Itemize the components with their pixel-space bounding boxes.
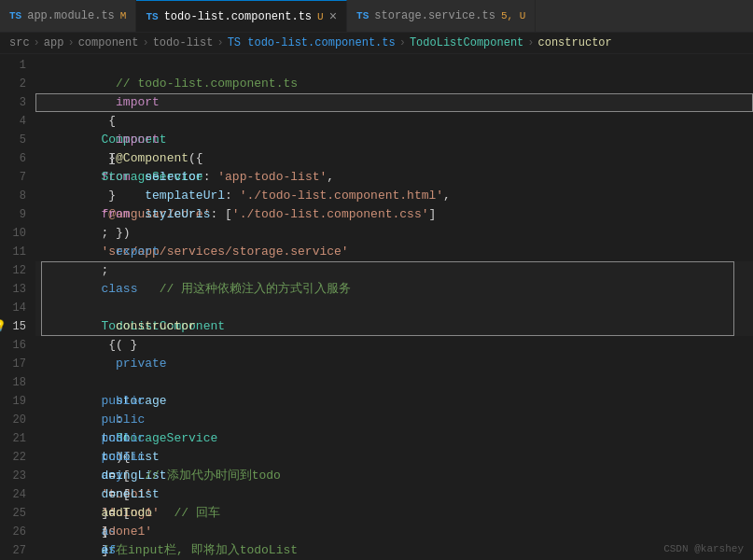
hint-icon: 💡 bbox=[0, 317, 7, 336]
code-line-3: import { StorageService } from 'src/app/… bbox=[35, 93, 753, 112]
tab-close-button[interactable]: × bbox=[329, 10, 337, 23]
code-line-1: // todo-list.component.ts bbox=[35, 56, 753, 75]
code-line-14 bbox=[35, 299, 753, 317]
code-line-16 bbox=[35, 336, 753, 355]
sep1: › bbox=[34, 36, 40, 49]
sep6: › bbox=[527, 36, 534, 49]
crumb-app: app bbox=[44, 36, 64, 49]
crumb-file: TS todo-list.component.ts bbox=[228, 36, 396, 49]
code-line-27: this . todo = '' bbox=[35, 541, 753, 557]
code-line-10: export class TodoListComponent { bbox=[35, 224, 753, 243]
ln-4: 4 bbox=[6, 112, 26, 131]
ln-3: 3 bbox=[6, 93, 26, 112]
tab-bar: TS app.module.ts M TS todo-list.componen… bbox=[0, 0, 753, 33]
code-line-24: // 回车 bbox=[35, 485, 753, 504]
code-editor: 1 2 3 4 5 6 7 8 9 10 11 12 13 14 💡 15 16… bbox=[0, 54, 753, 557]
crumb-todo-list: todo-list bbox=[153, 36, 214, 49]
tab-app-module[interactable]: TS app.module.ts M bbox=[0, 0, 136, 32]
line-3-box bbox=[35, 93, 753, 112]
code-line-15: } bbox=[35, 317, 753, 336]
tab-badge-3: 5, U bbox=[501, 10, 525, 21]
code-line-22: // 添加代办时间到todo bbox=[35, 448, 753, 467]
code-content: // todo-list.component.ts import { Compo… bbox=[35, 54, 753, 557]
ln-26: 26 bbox=[6, 523, 26, 541]
code-line-20: public doneList = [ 'done1' ] as any ; bbox=[35, 411, 753, 429]
code-line-21 bbox=[35, 429, 753, 448]
code-line-25: if ( e . keyCode == 13 ) { bbox=[35, 504, 753, 523]
ln-22: 22 bbox=[6, 448, 26, 467]
ln-27: 27 bbox=[6, 541, 26, 557]
tab-storage-service-label: storage.service.ts bbox=[374, 9, 495, 22]
ts-icon-3: TS bbox=[356, 10, 369, 21]
tab-app-module-label: app.module.ts bbox=[27, 9, 115, 22]
tab-storage-service[interactable]: TS storage.service.ts 5, U bbox=[347, 0, 536, 32]
crumb-fn: constructor bbox=[538, 36, 612, 49]
ln-7: 7 bbox=[6, 168, 26, 187]
code-line-18: public todoList = [ 'todo1' ] as any ; bbox=[35, 373, 753, 392]
tab-badge-2: U bbox=[317, 11, 324, 22]
ln-19: 19 bbox=[6, 392, 26, 411]
ln-17: 17 bbox=[6, 355, 26, 373]
watermark: CSDN @karshey bbox=[663, 543, 744, 554]
ln-23: 23 bbox=[6, 467, 26, 485]
ln-10: 10 bbox=[6, 224, 26, 243]
ln-24: 24 bbox=[6, 485, 26, 504]
ln-20: 20 bbox=[6, 411, 26, 429]
ln-12: 12 bbox=[6, 261, 26, 280]
ln-13: 13 bbox=[6, 280, 26, 299]
code-line-8: styleUrls: ['./todo-list.component.css'] bbox=[35, 187, 753, 205]
crumb-src: src bbox=[9, 36, 30, 49]
code-line-23: addTodo ( e : any ) { bbox=[35, 467, 753, 485]
ln-6: 6 bbox=[6, 149, 26, 168]
ln-18: 18 bbox=[6, 373, 26, 392]
ln-2: 2 bbox=[6, 75, 26, 93]
tab-todo-list[interactable]: TS todo-list.component.ts U × bbox=[136, 0, 347, 32]
code-line-9: }) bbox=[35, 205, 753, 224]
sep4: › bbox=[216, 36, 223, 49]
tab-todo-list-label: todo-list.component.ts bbox=[164, 10, 312, 23]
tab-badge-1: M bbox=[120, 10, 127, 21]
code-line-5: @Component({ bbox=[35, 131, 753, 149]
code-line-12: // 用这种依赖注入的方式引入服务 bbox=[35, 261, 753, 280]
ln-5: 5 bbox=[6, 131, 26, 149]
ln-25: 25 bbox=[6, 504, 26, 523]
code-line-13: constructor ( private storage : StorageS… bbox=[35, 280, 753, 299]
crumb-component: component bbox=[78, 36, 139, 49]
sep5: › bbox=[399, 36, 406, 49]
sep3: › bbox=[142, 36, 148, 49]
ts-icon-1: TS bbox=[9, 10, 21, 21]
ln-16: 16 bbox=[6, 336, 26, 355]
ln-14: 14 bbox=[6, 299, 26, 317]
ln-11: 11 bbox=[6, 243, 26, 261]
ln-8: 8 bbox=[6, 187, 26, 205]
code-line-26: this . todoList . push ( this . todo ) bbox=[35, 523, 753, 541]
line-numbers: 1 2 3 4 5 6 7 8 9 10 11 12 13 14 💡 15 16… bbox=[0, 54, 35, 557]
code-line-11 bbox=[35, 243, 753, 261]
ln-21: 21 bbox=[6, 429, 26, 448]
editor-container: TS app.module.ts M TS todo-list.componen… bbox=[0, 0, 753, 560]
code-line-4 bbox=[35, 112, 753, 131]
code-line-6: selector: 'app-todo-list', bbox=[35, 149, 753, 168]
sep2: › bbox=[67, 36, 74, 49]
breadcrumb: src › app › component › todo-list › TS t… bbox=[0, 33, 753, 54]
constructor-box-container: // 用这种依赖注入的方式引入服务 constructor ( private … bbox=[35, 261, 753, 336]
code-line-19: public doingList = [ 'doing1' ] as any ; bbox=[35, 392, 753, 411]
code-line-2: import { Component } from '@angular/core… bbox=[35, 75, 753, 93]
code-line-17: public todo : any = '' //在input栏, 即将加入to… bbox=[35, 355, 753, 373]
code-line-7: templateUrl: './todo-list.component.html… bbox=[35, 168, 753, 187]
ln-9: 9 bbox=[6, 205, 26, 224]
crumb-class: TodoListComponent bbox=[410, 36, 523, 49]
ln-1: 1 bbox=[6, 56, 26, 75]
ts-icon-2: TS bbox=[146, 11, 158, 22]
ln-15: 💡 15 bbox=[6, 317, 26, 336]
